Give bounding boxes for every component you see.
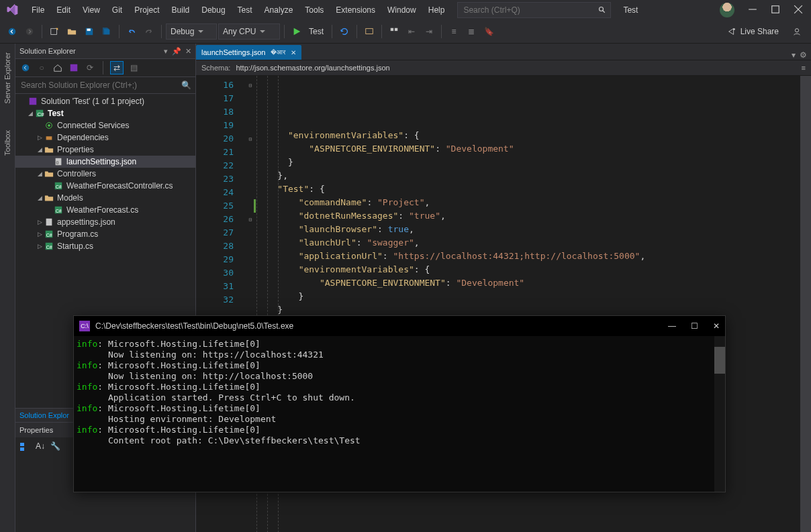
console-body[interactable]: info: Microsoft.Hosting.Lifetime[0] Now … [74,336,725,492]
menu-extensions[interactable]: Extensions [330,2,381,18]
close-button[interactable] [794,5,803,16]
menu-git[interactable]: Git [106,2,128,18]
properties-node[interactable]: Properties [57,145,94,154]
menu-view[interactable]: View [77,2,106,18]
switch-views-icon[interactable]: ⇄ [110,61,124,74]
pin-icon[interactable]: �आर [271,48,285,56]
menu-test[interactable]: Test [232,2,258,18]
forward-icon[interactable]: ○ [36,62,48,74]
cs-icon: C# [53,205,64,215]
svg-point-13 [733,28,735,30]
menu-window[interactable]: Window [381,2,422,18]
server-explorer-tab[interactable]: Server Explorer [1,48,13,108]
menu-analyze[interactable]: Analyze [258,2,299,18]
menu-edit[interactable]: Edit [50,2,77,18]
split-icon[interactable]: ≡ [802,64,806,72]
back-button[interactable] [4,23,20,40]
feedback-icon[interactable] [792,27,802,36]
left-rail: Server Explorer Toolbox [0,44,15,532]
menu-help[interactable]: Help [422,2,451,18]
start-button[interactable] [289,23,305,40]
dependencies-node[interactable]: Dependencies [57,133,109,142]
svg-text:C#: C# [46,233,52,237]
undo-button[interactable] [124,23,140,40]
categorize-icon[interactable] [19,441,30,529]
close-icon[interactable]: ✕ [185,47,191,56]
controllers-node[interactable]: Controllers [57,169,96,178]
toolbox-icon[interactable] [386,23,402,40]
solution-explorer-search[interactable]: 🔍 [15,77,195,94]
menu-build[interactable]: Build [166,2,196,18]
close-tab-icon[interactable]: ✕ [291,49,296,56]
save-button[interactable] [81,23,97,40]
title-search[interactable] [457,2,611,18]
menu-file[interactable]: File [26,2,50,18]
program-node[interactable]: Program.cs [57,229,98,239]
menu-debug[interactable]: Debug [195,2,231,18]
svg-point-14 [795,29,798,32]
launchsettings-node[interactable]: launchSettings.json [66,157,136,166]
title-bar: FileEditViewGitProjectBuildDebugTestAnal… [0,0,811,20]
platform-select[interactable]: Any CPU [218,23,280,40]
project-node[interactable]: Test [48,109,64,118]
json-icon [44,217,54,227]
back-icon[interactable] [19,62,32,74]
redo-button[interactable] [141,23,157,40]
dropdown-icon[interactable]: ▾ [164,47,168,56]
bookmark-icon[interactable]: 🔖 [481,23,497,40]
user-avatar[interactable] [720,3,734,17]
tab-dropdown-icon[interactable]: ▾ [792,50,796,60]
live-share-button[interactable]: Live Share [727,27,807,36]
connected-services-node[interactable]: Connected Services [57,121,129,130]
editor-scrollbar[interactable] [800,76,811,532]
svg-text:C#: C# [38,111,45,117]
wf-node[interactable]: WeatherForecast.cs [66,205,138,215]
console-minimize-button[interactable]: — [668,321,676,331]
comment-icon[interactable]: ≡ [446,23,462,40]
start-label[interactable]: Test [309,27,324,36]
save-all-button[interactable] [99,23,115,40]
startup-node[interactable]: Startup.cs [57,242,93,251]
refresh-button[interactable] [336,23,352,40]
wrench-icon[interactable]: 🔧 [50,441,60,529]
svg-point-21 [48,124,50,127]
svg-rect-8 [51,29,57,35]
title-search-input[interactable] [462,5,598,15]
models-node[interactable]: Models [57,193,83,203]
svg-rect-34 [20,443,24,446]
csproj-icon: C# [34,108,45,119]
config-select[interactable]: Debug [166,23,217,40]
new-project-button[interactable] [46,23,62,40]
solution-search-input[interactable] [19,80,181,91]
alpha-sort-icon[interactable]: A↓ [36,441,45,529]
console-titlebar[interactable]: C:\ C:\Dev\steffbeckers\test\Test\bin\De… [74,316,725,336]
minimize-button[interactable] [748,5,757,16]
editor-tab-active[interactable]: launchSettings.json �आर ✕ [196,45,301,60]
vs-logo-icon [5,3,19,17]
forward-button[interactable] [21,23,38,40]
pin-icon[interactable]: 📌 [172,47,181,56]
svg-rect-3 [772,5,779,13]
menu-project[interactable]: Project [128,2,165,18]
indent-more-icon[interactable]: ⇥ [421,23,437,40]
toolbox-tab[interactable]: Toolbox [1,125,13,160]
solution-root[interactable]: Solution 'Test' (1 of 1 project) [41,97,144,106]
open-button[interactable] [64,23,80,40]
cs-icon: C# [53,180,64,191]
sync-icon[interactable] [68,62,80,74]
gear-icon[interactable]: ⚙ [800,50,807,60]
home-icon[interactable] [52,62,64,74]
browser-link-button[interactable] [361,23,377,40]
wfc-node[interactable]: WeatherForecastController.cs [66,181,173,191]
svg-text:C#: C# [56,209,62,213]
console-maximize-button[interactable]: ☐ [691,321,698,331]
main-toolbar: Debug Any CPU Test ⇤ ⇥ ≡ ≣ 🔖 Live Share [0,20,811,44]
console-close-button[interactable]: ✕ [713,321,720,331]
console-scrollbar[interactable] [714,336,725,492]
uncomment-icon[interactable]: ≣ [463,23,479,40]
indent-less-icon[interactable]: ⇤ [403,23,420,40]
menu-tools[interactable]: Tools [299,2,330,18]
maximize-button[interactable] [771,5,780,16]
svg-rect-11 [391,28,393,31]
schema-value[interactable]: http://json.schemastore.org/launchsettin… [236,64,389,72]
